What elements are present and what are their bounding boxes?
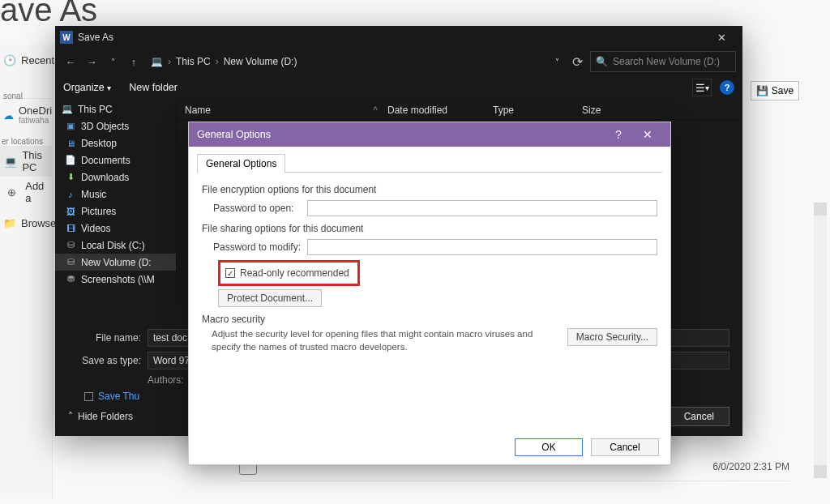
ok-button[interactable]: OK [515,438,583,456]
dialog-title: General Options [197,129,271,140]
sidebar-item-sub: fatiwaha [19,117,52,126]
tree-item[interactable]: ⬇Downloads [55,169,176,186]
col-size[interactable]: Size [574,105,742,116]
tree-item[interactable]: ▣3D Objects [55,117,176,135]
general-options-dialog: General Options ? ✕ General Options File… [188,122,671,465]
close-icon[interactable]: ✕ [633,122,662,147]
macro-security-button[interactable]: Macro Security... [567,328,657,346]
network-drive-icon: ⛃ [65,274,76,285]
col-type[interactable]: Type [485,105,574,116]
chevron-down-icon[interactable]: ˅ [555,58,559,66]
password-open-field[interactable] [307,200,657,216]
readonly-highlight: ✓ Read-only recommended [218,260,360,286]
sidebar-recent[interactable]: 🕑 Recent [0,45,52,75]
tree-item[interactable]: 🖼Pictures [55,203,176,220]
download-icon: ⬇ [65,172,76,183]
search-placeholder: Search New Volume (D:) [613,56,720,67]
folder-tree[interactable]: 💻This PC ▣3D Objects 🖥Desktop 📄Documents… [55,100,177,305]
column-headers[interactable]: Name ^ Date modified Type Size [177,100,742,120]
saveas-addressbar: ← → ˅ ↑ 💻› This PC› New Volume (D:) ˅ ⟳ … [55,49,742,75]
page-title: ave As [0,0,97,28]
save-thumbnail-checkbox[interactable] [84,392,93,401]
view-mode-button[interactable]: ☰ ▾ [692,79,712,96]
word-app-icon: W [60,31,73,44]
organize-button[interactable]: Organize ▾ [63,82,111,93]
save-button-bg[interactable]: 💾 Save [751,81,799,100]
drive-icon: ⛁ [65,257,76,268]
tree-item[interactable]: ⛁Local Disk (C:) [55,237,176,254]
save-button-label: Save [772,85,794,96]
tree-item[interactable]: 🖥Desktop [55,135,176,152]
breadcrumb-item[interactable]: New Volume (D:) [224,56,297,67]
macro-security-text: Adjust the security level for opening fi… [202,328,559,353]
cube-icon: ▣ [65,121,76,132]
sidebar-item-label: Add a [25,180,52,204]
nav-history-icon[interactable]: ˅ [104,53,122,70]
nav-forward-icon[interactable]: → [83,53,101,70]
protect-document-button[interactable]: Protect Document... [218,289,322,307]
desktop-icon: 🖥 [65,138,76,149]
pc-icon: 💻 [3,152,17,170]
section-header-personal: sonal [0,92,23,100]
section-sharing: File sharing options for this document [202,223,657,234]
chevron-up-icon: ˄ [68,411,73,422]
col-name[interactable]: Name [177,105,363,116]
sidebar-this-pc[interactable]: 💻 This PC [0,146,52,177]
folder-icon: 📁 [3,214,16,232]
filename-label: File name: [68,332,141,344]
cancel-button[interactable]: Cancel [591,438,659,456]
sort-asc-icon[interactable]: ^ [363,105,379,116]
close-icon[interactable]: ✕ [705,26,738,49]
newfolder-button[interactable]: New folder [129,82,178,93]
tree-item-this-pc[interactable]: 💻This PC [55,100,176,117]
general-options-titlebar[interactable]: General Options ? ✕ [189,122,670,147]
help-icon[interactable]: ? [604,122,633,147]
help-icon[interactable]: ? [720,80,734,95]
sidebar-item-label: Browse [21,217,56,229]
hide-folders-button[interactable]: ˄Hide Folders [68,411,133,422]
password-open-label: Password to open: [213,203,302,214]
section-encryption: File encryption options for this documen… [202,184,657,195]
section-macro-security: Macro security [202,314,657,325]
col-date[interactable]: Date modified [379,105,485,116]
backstage-sidebar: 🕑 Recent sonal ☁ OneDri fatiwaha er loca… [0,45,53,498]
password-modify-field[interactable] [307,239,657,255]
sidebar-item-label: OneDri [19,105,52,117]
saveas-toolbar: Organize ▾ New folder ☰ ▾ ? [55,75,742,100]
chevron-down-icon: ▾ [107,83,111,92]
tree-item[interactable]: 📄Documents [55,152,176,169]
pc-icon: 💻 [62,104,73,115]
search-input[interactable]: 🔍 Search New Volume (D:) [590,51,736,72]
tree-item[interactable]: ⛃Screenshots (\\M [55,271,176,288]
saveas-titlebar[interactable]: W Save As ✕ [55,26,742,49]
scrollbar[interactable] [814,203,827,478]
cancel-button[interactable]: Cancel [669,407,729,426]
tab-general-options[interactable]: General Options [197,154,285,173]
tree-item[interactable]: ♪Music [55,186,176,203]
sidebar-add-place[interactable]: ⊕ Add a [0,177,52,207]
breadcrumb[interactable]: 💻› This PC› New Volume (D:) ˅ [146,51,564,72]
sidebar-browse[interactable]: 📁 Browse [0,207,52,238]
breadcrumb-item[interactable]: This PC [176,56,211,67]
savetype-label: Save as type: [68,355,141,366]
authors-label: Authors: [148,374,184,386]
password-modify-label: Password to modify: [213,241,302,253]
nav-back-icon[interactable]: ← [62,53,79,70]
sidebar-item-label: This PC [22,149,52,173]
cloud-icon: ☁ [3,107,14,125]
refresh-icon[interactable]: ⟳ [567,54,587,70]
search-icon: 🔍 [596,56,608,67]
tree-item-selected[interactable]: ⛁New Volume (D: [55,254,176,271]
readonly-checkbox[interactable]: ✓ [225,268,235,278]
clock-icon: 🕑 [3,51,16,69]
sidebar-item-label: Recent [21,54,54,66]
tree-item[interactable]: 🎞Videos [55,220,176,237]
nav-up-icon[interactable]: ↑ [125,53,143,70]
save-icon: 💾 [756,85,768,96]
plus-icon: ⊕ [3,183,20,201]
documents-icon: 📄 [65,155,76,166]
music-icon: ♪ [65,189,76,200]
pictures-icon: 🖼 [65,206,76,217]
sidebar-onedrive[interactable]: ☁ OneDri fatiwaha [0,98,52,129]
saveas-title: Save As [78,32,113,43]
